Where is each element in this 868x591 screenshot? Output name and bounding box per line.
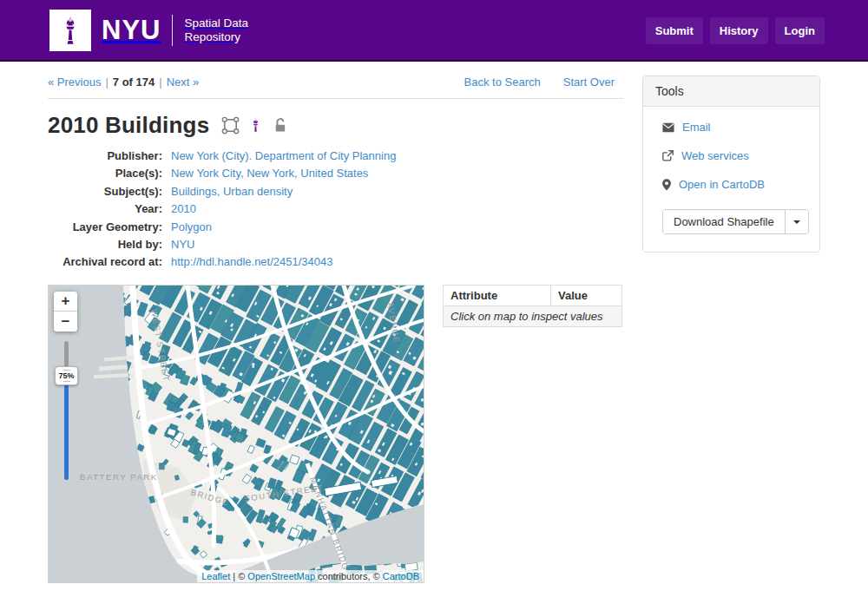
cartodb-link[interactable]: CartoDB: [383, 571, 419, 581]
leaflet-link[interactable]: Leaflet: [201, 571, 230, 581]
metadata-label: Layer Geometry:: [48, 219, 162, 236]
nav-history[interactable]: History: [710, 17, 768, 44]
metadata-row: Publisher: New York (City). Department o…: [48, 148, 623, 165]
metadata-row: Subject(s): Buildings, Urban density: [48, 183, 623, 200]
metadata-row: Year: 2010: [48, 200, 623, 218]
start-over-link[interactable]: Start Over: [563, 76, 615, 89]
inspect-placeholder: Click on map to inspect values: [444, 305, 622, 326]
nyu-institution-icon: [247, 116, 264, 135]
subjects-link[interactable]: Buildings, Urban density: [171, 185, 293, 198]
slider-track-lower[interactable]: [64, 384, 69, 480]
nav-submit[interactable]: Submit: [646, 17, 703, 44]
tools-panel: Tools Email Web services: [642, 76, 820, 253]
metadata-row: Held by: NYU: [48, 236, 623, 253]
slider-handle[interactable]: 75%: [55, 366, 78, 385]
held-by-link[interactable]: NYU: [171, 238, 194, 251]
caret-down-icon: [793, 220, 800, 224]
attribute-column-header: Attribute: [444, 285, 551, 305]
pagination-bar: « Previous|7 of 174|Next » Back to Searc…: [48, 76, 623, 99]
top-nav: Submit History Login: [646, 0, 825, 62]
openstreetmap-link[interactable]: OpenStreetMap: [247, 571, 315, 581]
zoom-out-button[interactable]: −: [54, 312, 77, 332]
brand-tagline: Spatial Data Repository: [184, 16, 248, 44]
pager: « Previous|7 of 174|Next »: [48, 76, 199, 89]
web-services-tool: Web services: [662, 149, 809, 162]
zoom-in-button[interactable]: +: [54, 292, 77, 312]
metadata-list: Publisher: New York (City). Department o…: [48, 148, 623, 272]
open-in-cartodb-tool: Open in CartoDB: [662, 178, 809, 191]
web-services-link[interactable]: Web services: [681, 149, 749, 162]
metadata-row: Archival record at: http://hdl.handle.ne…: [48, 253, 623, 271]
map-preview[interactable]: BATTERY PARK WEST STREET SOUTH STREET BR…: [48, 285, 424, 583]
publisher-link[interactable]: New York (City). Department of City Plan…: [171, 149, 396, 162]
record-badges: [220, 115, 289, 135]
battery-park-label: BATTERY PARK: [80, 472, 158, 482]
metadata-label: Archival record at:: [48, 253, 162, 271]
tagline-line1: Spatial Data: [184, 16, 248, 30]
year-link[interactable]: 2010: [171, 202, 196, 215]
email-icon: [662, 122, 674, 133]
nyu-torch-logo: [49, 10, 91, 51]
page-title: 2010 Buildings: [48, 112, 209, 139]
metadata-label: Subject(s):: [48, 183, 162, 200]
geometry-link[interactable]: Polygon: [171, 220, 212, 233]
brand-divider: [172, 15, 173, 46]
attribution-text: contributors, ©: [315, 571, 383, 581]
map-canvas: BATTERY PARK WEST STREET SOUTH STREET BR…: [49, 286, 424, 582]
site-header: NYU Spatial Data Repository Submit Histo…: [0, 0, 868, 62]
value-column-header: Value: [551, 285, 622, 305]
public-access-unlocked-icon: [271, 116, 289, 135]
email-link[interactable]: Email: [682, 121, 711, 134]
metadata-label: Publisher:: [48, 148, 162, 165]
attribute-inspect-table: Attribute Value Click on map to inspect …: [443, 285, 622, 327]
nav-login[interactable]: Login: [775, 17, 825, 44]
metadata-label: Year:: [48, 200, 162, 218]
torch-icon: [53, 13, 88, 48]
layer-opacity-slider[interactable]: 75%: [54, 341, 78, 480]
tagline-line2: Repository: [184, 30, 248, 44]
places-link[interactable]: New York City, New York, United States: [171, 167, 368, 180]
metadata-row: Place(s): New York City, New York, Unite…: [48, 165, 623, 182]
nyu-home-link[interactable]: NYU Spatial Data Repository: [49, 10, 248, 51]
pager-separator: |: [105, 76, 108, 89]
metadata-label: Place(s):: [48, 165, 162, 182]
external-link-icon: [662, 150, 674, 161]
map-marker-icon: [662, 179, 671, 191]
slider-track-upper[interactable]: [64, 341, 69, 369]
polygon-geometry-icon: [220, 115, 240, 135]
pager-separator: |: [159, 76, 161, 89]
next-link[interactable]: Next »: [167, 76, 200, 89]
previous-link[interactable]: « Previous: [48, 76, 101, 89]
map-attribution: Leaflet | © OpenStreetMap contributors, …: [197, 570, 424, 582]
back-to-search-link[interactable]: Back to Search: [464, 76, 541, 89]
email-tool: Email: [662, 121, 809, 134]
pager-count: 7 of 174: [113, 76, 155, 89]
table-row: Click on map to inspect values: [444, 305, 622, 326]
map-zoom-control: + −: [54, 292, 77, 332]
download-shapefile-button[interactable]: Download Shapefile: [663, 210, 785, 233]
tools-panel-title: Tools: [643, 76, 819, 107]
attribution-text: | ©: [230, 571, 247, 581]
open-in-cartodb-link[interactable]: Open in CartoDB: [679, 178, 765, 191]
download-split-button: Download Shapefile: [662, 209, 809, 234]
brand-name: NYU: [102, 15, 161, 46]
metadata-row: Layer Geometry: Polygon: [48, 219, 623, 236]
archival-record-link[interactable]: http://hdl.handle.net/2451/34043: [171, 255, 333, 268]
search-links: Back to Search Start Over: [464, 76, 623, 89]
metadata-label: Held by:: [48, 236, 162, 253]
download-options-toggle[interactable]: [785, 210, 808, 233]
